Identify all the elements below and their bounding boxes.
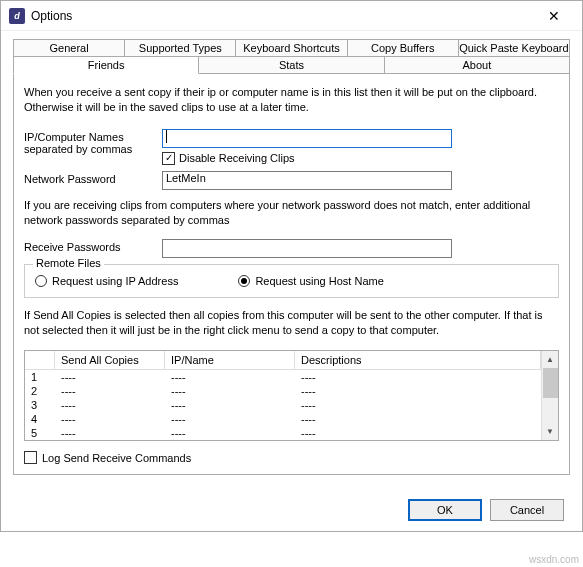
row-ip-names: IP/Computer Names separated by commas ✓ … — [24, 129, 559, 165]
tab-quick-paste-keyboard[interactable]: Quick Paste Keyboard — [459, 39, 570, 56]
app-icon: d — [9, 8, 25, 24]
cancel-button[interactable]: Cancel — [490, 499, 564, 521]
cell-sendall: ---- — [55, 384, 165, 398]
ip-names-label: IP/Computer Names separated by commas — [24, 129, 162, 155]
cell-ipname: ---- — [165, 426, 295, 440]
tab-general[interactable]: General — [13, 39, 125, 56]
network-password-note: If you are receiving clips from computer… — [24, 198, 559, 228]
cell-desc: ---- — [295, 384, 541, 398]
remote-files-legend: Remote Files — [33, 257, 104, 269]
cell-ipname: ---- — [165, 412, 295, 426]
cell-ipname: ---- — [165, 398, 295, 412]
disable-receiving-label: Disable Receiving Clips — [179, 152, 295, 164]
cell-desc: ---- — [295, 370, 541, 384]
log-checkbox[interactable] — [24, 451, 37, 464]
tabs-row-2: Friends Stats About — [13, 56, 570, 74]
close-button[interactable]: ✕ — [534, 8, 574, 24]
tab-keyboard-shortcuts[interactable]: Keyboard Shortcuts — [236, 39, 347, 56]
col-send-all[interactable]: Send All Copies — [55, 351, 165, 370]
network-password-field-wrap: LetMeIn — [162, 171, 559, 190]
table-row[interactable]: 5 ---- ---- ---- — [25, 426, 541, 440]
radio-ip-circle[interactable] — [35, 275, 47, 287]
log-row[interactable]: Log Send Receive Commands — [24, 451, 559, 464]
window-title: Options — [31, 9, 72, 23]
scroll-up-arrow[interactable]: ▲ — [546, 351, 554, 368]
row-network-password: Network Password LetMeIn — [24, 171, 559, 190]
dialog-footer: OK Cancel — [1, 489, 582, 531]
cell-sendall: ---- — [55, 426, 165, 440]
table-row[interactable]: 4 ---- ---- ---- — [25, 412, 541, 426]
radio-host-circle[interactable] — [238, 275, 250, 287]
cell-num: 5 — [25, 426, 55, 440]
log-label: Log Send Receive Commands — [42, 452, 191, 464]
table-scrollbar[interactable]: ▲ ▼ — [541, 351, 558, 440]
tabs-row-1: General Supported Types Keyboard Shortcu… — [13, 39, 570, 56]
col-number[interactable] — [25, 351, 55, 370]
table-body: Send All Copies IP/Name Descriptions 1 -… — [25, 351, 541, 440]
titlebar: d Options ✕ — [1, 1, 582, 31]
receive-passwords-label: Receive Passwords — [24, 239, 162, 253]
radio-ip-label: Request using IP Address — [52, 275, 178, 287]
cell-sendall: ---- — [55, 398, 165, 412]
cell-num: 2 — [25, 384, 55, 398]
scroll-thumb[interactable] — [543, 368, 558, 398]
cell-desc: ---- — [295, 426, 541, 440]
scroll-down-arrow[interactable]: ▼ — [546, 423, 554, 440]
row-receive-passwords: Receive Passwords — [24, 239, 559, 258]
cell-sendall: ---- — [55, 370, 165, 384]
options-window: d Options ✕ General Supported Types Keyb… — [0, 0, 583, 532]
ip-names-field-wrap: ✓ Disable Receiving Clips — [162, 129, 559, 165]
disable-receiving-checkbox[interactable]: ✓ — [162, 152, 175, 165]
tab-copy-buffers[interactable]: Copy Buffers — [348, 39, 459, 56]
ip-names-input[interactable] — [162, 129, 452, 148]
cell-num: 3 — [25, 398, 55, 412]
titlebar-left: d Options — [9, 8, 72, 24]
cell-num: 1 — [25, 370, 55, 384]
table-header-row: Send All Copies IP/Name Descriptions — [25, 351, 541, 370]
col-descriptions[interactable]: Descriptions — [295, 351, 541, 370]
network-password-input[interactable]: LetMeIn — [162, 171, 452, 190]
cell-ipname: ---- — [165, 384, 295, 398]
network-password-label: Network Password — [24, 171, 162, 185]
send-all-note: If Send All Copies is selected then all … — [24, 308, 559, 338]
friends-tabpage: When you receive a sent copy if their ip… — [13, 73, 570, 475]
cell-sendall: ---- — [55, 412, 165, 426]
remote-files-group: Remote Files Request using IP Address Re… — [24, 264, 559, 298]
disable-receiving-row[interactable]: ✓ Disable Receiving Clips — [162, 152, 559, 165]
receive-passwords-input[interactable] — [162, 239, 452, 258]
tab-about[interactable]: About — [385, 56, 570, 74]
cell-desc: ---- — [295, 412, 541, 426]
intro-text: When you receive a sent copy if their ip… — [24, 85, 559, 115]
tab-supported-types[interactable]: Supported Types — [125, 39, 236, 56]
ok-button[interactable]: OK — [408, 499, 482, 521]
table-row[interactable]: 1 ---- ---- ---- — [25, 370, 541, 384]
content-area: General Supported Types Keyboard Shortcu… — [1, 31, 582, 489]
radio-host-label: Request using Host Name — [255, 275, 383, 287]
cell-ipname: ---- — [165, 370, 295, 384]
tab-friends[interactable]: Friends — [13, 56, 199, 74]
receive-passwords-field-wrap — [162, 239, 559, 258]
table-row[interactable]: 3 ---- ---- ---- — [25, 398, 541, 412]
radio-request-host[interactable]: Request using Host Name — [238, 275, 383, 287]
cell-desc: ---- — [295, 398, 541, 412]
table-row[interactable]: 2 ---- ---- ---- — [25, 384, 541, 398]
radio-request-ip[interactable]: Request using IP Address — [35, 275, 178, 287]
col-ip-name[interactable]: IP/Name — [165, 351, 295, 370]
tab-stats[interactable]: Stats — [199, 56, 384, 74]
remote-files-radios: Request using IP Address Request using H… — [35, 275, 548, 287]
cell-num: 4 — [25, 412, 55, 426]
send-targets-table: Send All Copies IP/Name Descriptions 1 -… — [24, 350, 559, 441]
